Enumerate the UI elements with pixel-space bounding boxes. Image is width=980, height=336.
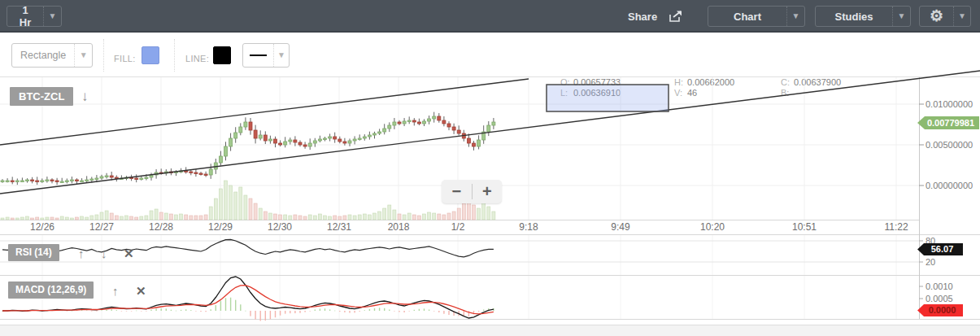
x-axis-tick-label: 9:18 <box>503 221 555 233</box>
timeframe-button[interactable]: 1 Hr ▼ <box>7 6 62 27</box>
rectangle-drawing[interactable] <box>547 85 669 111</box>
line-color-swatch[interactable] <box>213 46 231 64</box>
trading-chart-app: 1 Hr ▼ Share Chart ▼ Studies ▼ ⚙ ▼ Recta… <box>0 0 980 336</box>
line-label: LINE: <box>185 54 209 63</box>
fill-color-swatch[interactable] <box>142 46 159 64</box>
x-axis-tick-label: 12/28 <box>135 221 187 233</box>
price-axis-label: 0.00500000 <box>926 139 973 151</box>
high-label: H: <box>674 77 687 88</box>
symbol-badge: BTC-ZCL <box>10 87 73 106</box>
bid-label: B: <box>781 88 794 98</box>
studies-button[interactable]: Studies ▼ <box>815 6 911 27</box>
x-axis-tick-label: 1/2 <box>432 221 484 233</box>
chevron-down-icon[interactable]: ▼ <box>74 44 92 67</box>
zoom-out-button[interactable]: − <box>442 181 472 203</box>
footer-band <box>0 325 980 336</box>
price-axis-label: 0.01000000 <box>926 98 973 110</box>
x-axis-tick-label: 10:51 <box>778 221 830 233</box>
x-axis-tick-label: 9:49 <box>595 221 647 233</box>
close-icon[interactable]: ✕ <box>124 247 134 261</box>
drawing-toolbar: Rectangle ▼ FILL: LINE: ▼ O:0.00657733 L… <box>0 33 980 77</box>
chart-type-label: Chart <box>708 11 786 23</box>
chevron-down-icon[interactable]: ▼ <box>273 44 289 67</box>
timeframe-label: 1 Hr <box>7 4 43 28</box>
chevron-down-icon[interactable]: ▼ <box>892 7 910 26</box>
price-axis-label: 0.00000000 <box>926 180 973 191</box>
ohlc-readout-col2: H:0.00662000 V:46 <box>674 77 734 98</box>
macd-tick-1: 0.0010 <box>926 281 953 292</box>
x-axis-tick-label: 11:22 <box>870 221 922 233</box>
zoom-controls: − + <box>442 180 502 203</box>
x-axis-tick-label: 12/31 <box>313 221 365 233</box>
close-icon[interactable]: ✕ <box>136 284 146 299</box>
settings-button[interactable]: ⚙ ▼ <box>919 6 971 27</box>
rsi-lower-tick: 20 <box>926 256 935 268</box>
chevron-down-icon[interactable]: ▼ <box>43 7 61 26</box>
x-axis-tick-label: 2018 <box>372 221 425 233</box>
arrow-up-icon[interactable]: ↑ <box>112 284 119 298</box>
chevron-down-icon[interactable]: ▼ <box>953 7 970 26</box>
arrow-down-icon[interactable]: ↓ <box>81 89 89 105</box>
chart-type-button[interactable]: Chart ▼ <box>708 6 805 27</box>
current-price-badge: 0.00779981 <box>917 116 979 129</box>
rsi-study-badge[interactable]: RSI (14) <box>8 244 59 261</box>
line-style-icon <box>250 55 267 56</box>
x-axis-tick-label: 10:20 <box>686 221 738 233</box>
volume-value: 46 <box>687 88 697 98</box>
toolbar-divider <box>103 39 104 72</box>
close-label: C: <box>781 77 794 88</box>
rsi-value-badge: 56.07 <box>917 243 963 255</box>
close-value: 0.00637900 <box>794 77 841 87</box>
volume-label: V: <box>674 88 687 98</box>
gear-icon: ⚙ <box>920 7 953 26</box>
studies-label: Studies <box>816 11 892 23</box>
x-axis-tick-label: 12/29 <box>194 221 246 233</box>
share-button[interactable]: Share <box>628 6 685 27</box>
line-style-select[interactable]: ▼ <box>242 43 290 68</box>
arrow-down-icon[interactable]: ↓ <box>101 247 107 260</box>
ohlc-readout-col3: C:0.00637900 B: <box>781 77 841 98</box>
share-label: Share <box>628 11 657 23</box>
zoom-in-button[interactable]: + <box>473 181 503 203</box>
x-axis-tick-label: 12/30 <box>254 221 306 233</box>
toolbar-divider <box>174 39 175 72</box>
high-value: 0.00662000 <box>687 77 734 87</box>
x-axis-tick-label: 12/26 <box>16 221 68 233</box>
x-axis-labels: 12/2612/2712/2812/2912/3012/3120181/29:1… <box>0 221 980 234</box>
chevron-down-icon[interactable]: ▼ <box>786 7 804 26</box>
fill-label: FILL: <box>114 54 136 63</box>
macd-study-badge[interactable]: MACD (12,26,9) <box>8 281 94 299</box>
macd-tick-2: 0.0005 <box>926 293 953 304</box>
drawing-tool-select[interactable]: Rectangle ▼ <box>11 43 93 68</box>
macd-value-badge: 0.0000 <box>917 304 963 316</box>
arrow-up-icon[interactable]: ↑ <box>78 247 85 260</box>
drawing-tool-value: Rectangle <box>12 50 74 61</box>
top-toolbar: 1 Hr ▼ Share Chart ▼ Studies ▼ ⚙ ▼ <box>0 0 980 33</box>
share-icon <box>669 10 685 23</box>
x-axis-tick-label: 12/27 <box>76 221 128 233</box>
